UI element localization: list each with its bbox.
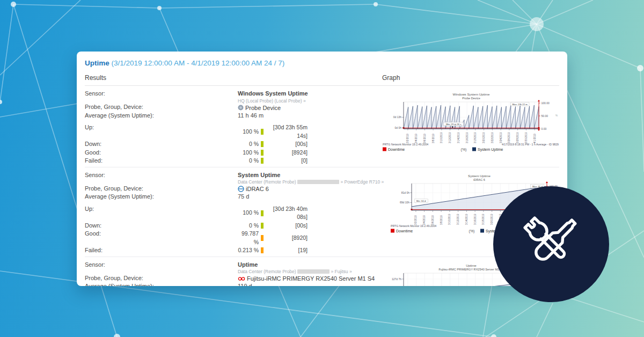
svg-text:3/2/2019: 3/2/2019	[406, 134, 409, 143]
section-results: Sensor: Uptime Probe, Group, Device: Dat…	[85, 261, 376, 287]
svg-text:3/12/2019: 3/12/2019	[449, 132, 451, 143]
stat-label: Failed:	[85, 157, 238, 165]
average-label: Average (System Uptime):	[85, 193, 238, 201]
svg-text:3/14/2019: 3/14/2019	[457, 132, 460, 143]
average-value: 119 d	[238, 282, 376, 286]
stat-percent: 0 %	[238, 157, 259, 165]
svg-text:3/16/2019: 3/16/2019	[466, 132, 469, 143]
average-value: 11 h 46 m	[238, 112, 376, 120]
stat-amount: [00s]	[265, 140, 308, 149]
svg-text:69d 10h: 69d 10h	[400, 201, 409, 204]
stat-label: Good:	[85, 230, 238, 246]
breadcrumb[interactable]: Data Center (Remote Probe) » PowerEdge R…	[238, 179, 384, 185]
svg-text:3/6/2019: 3/6/2019	[431, 215, 434, 224]
stat-amount: [30d 23h 55m 14s]	[265, 123, 308, 140]
stat-value: 0 % [00s]	[238, 140, 308, 149]
stat-label: Failed:	[85, 246, 238, 255]
idrac-device-icon	[238, 186, 244, 192]
svg-text:3/2/2019: 3/2/2019	[415, 215, 418, 224]
stat-amount: [0]	[265, 157, 308, 165]
stat-label: Up:	[85, 205, 238, 222]
svg-text:Downtime: Downtime	[396, 229, 413, 232]
tools-badge	[493, 186, 609, 302]
device-link[interactable]: iDRAC 6	[238, 185, 384, 193]
stat-value: 100 % [8924]	[238, 149, 308, 157]
svg-text:100.00: 100.00	[541, 101, 550, 105]
svg-text:Fujitsu-iRMC PRIMERGY RX2540 S: Fujitsu-iRMC PRIMERGY RX2540 Server M1 S…	[438, 268, 503, 271]
sensor-label: Sensor:	[85, 261, 238, 269]
average-label: Average (System Uptime):	[85, 112, 238, 120]
average-label: Average (System Uptime):	[85, 282, 238, 286]
svg-text:3/14/2019: 3/14/2019	[465, 214, 468, 225]
stat-bar	[261, 223, 264, 229]
svg-text:127d 7h: 127d 7h	[392, 277, 401, 280]
section-graph: Windows System UptimeProbe Device3/2/201…	[376, 90, 559, 165]
svg-text:0d 0h: 0d 0h	[394, 126, 401, 129]
sensor-section: Sensor: Windows System Uptime Probe, Gro…	[85, 86, 559, 167]
stat-percent: 100 %	[238, 209, 259, 217]
svg-text:3/10/2019: 3/10/2019	[440, 132, 443, 143]
stat-percent: 99.787 %	[238, 230, 259, 246]
stat-value: 0 % [00s]	[238, 222, 308, 230]
svg-text:Min: 23 m 26 s: Min: 23 m 26 s	[446, 123, 461, 126]
svg-text:Uptime: Uptime	[466, 263, 477, 267]
svg-text:3/16/2019: 3/16/2019	[474, 214, 477, 225]
device-link[interactable]: Fujitsu-iRMC PRIMERGY RX2540 Server M1 S…	[238, 275, 376, 282]
stat-amount: [8924]	[265, 149, 308, 157]
probe-device-icon	[238, 105, 244, 111]
svg-text:3/4/2019: 3/4/2019	[415, 134, 418, 143]
stat-bar	[261, 247, 264, 253]
svg-text:3/8/2019: 3/8/2019	[440, 215, 443, 224]
stat-value: 0.213 % [19]	[238, 246, 308, 255]
stat-bar	[261, 235, 264, 241]
svg-text:3/26/2019: 3/26/2019	[508, 132, 510, 143]
breadcrumb[interactable]: HQ (Local Probe) (Local Probe) »	[238, 98, 376, 104]
graph-header: Graph	[376, 74, 559, 82]
sensor-label: Sensor:	[85, 90, 238, 98]
svg-text:0d 13h: 0d 13h	[393, 115, 402, 119]
sensor-name: Uptime	[238, 261, 376, 269]
stat-percent: 100 %	[238, 128, 259, 136]
svg-text:iDRAC 6: iDRAC 6	[473, 178, 485, 181]
probe-label: Probe, Group, Device:	[85, 274, 238, 283]
sensor-name: Windows System Uptime	[238, 90, 376, 98]
svg-text:System Uptime: System Uptime	[478, 148, 503, 152]
svg-text:4/17/2019 8:18:31 PM - 1 h Ave: 4/17/2019 8:18:31 PM - 1 h Average - ID …	[502, 143, 559, 146]
svg-text:PRTG Network Monitor 19.2.49.2: PRTG Network Monitor 19.2.49.2004	[391, 224, 436, 228]
stat-bar	[261, 141, 264, 147]
column-headers: Results Graph	[85, 67, 559, 86]
stat-bar	[261, 150, 264, 156]
svg-text:3/10/2019: 3/10/2019	[449, 214, 451, 225]
stat-percent: 100 %	[238, 149, 259, 157]
probe-label: Probe, Group, Device:	[85, 103, 238, 112]
stat-label: Down:	[85, 140, 238, 149]
stat-label: Good:	[85, 149, 238, 157]
average-value: 75 d	[238, 193, 384, 201]
stat-percent: 0.213 %	[238, 246, 259, 255]
svg-text:3/4/2019: 3/4/2019	[423, 215, 426, 224]
probe-label: Probe, Group, Device:	[85, 185, 238, 193]
sensor-section: Sensor: System Uptime Probe, Group, Devi…	[85, 167, 559, 257]
stat-value: 100 % [30d 23h 40m 08s]	[238, 205, 308, 222]
svg-text:Min: 60 d: Min: 60 d	[416, 199, 426, 202]
stat-percent: 0 %	[238, 222, 259, 230]
device-link[interactable]: Probe Device	[238, 104, 376, 112]
report-title-text: Uptime	[85, 59, 109, 67]
stat-percent: 0 %	[238, 140, 259, 149]
stat-amount: [19]	[265, 246, 308, 255]
stat-bar	[261, 210, 264, 216]
svg-text:Downtime: Downtime	[388, 148, 405, 151]
svg-text:%: %	[555, 114, 558, 117]
sensor-section: Sensor: Uptime Probe, Group, Device: Dat…	[85, 257, 559, 287]
svg-text:3/6/2019: 3/6/2019	[423, 134, 426, 143]
svg-text:0.00: 0.00	[541, 127, 547, 130]
redacted-text	[297, 180, 339, 184]
stat-value: 100 % [30d 23h 55m 14s]	[238, 123, 308, 140]
svg-text:50.00: 50.00	[541, 114, 548, 118]
stat-amount: [30d 23h 40m 08s]	[265, 205, 308, 222]
report-title-range: (3/1/2019 12:00:00 AM - 4/1/2019 12:00:0…	[112, 59, 285, 67]
sensor-sections: Sensor: Windows System Uptime Probe, Gro…	[85, 86, 559, 286]
breadcrumb[interactable]: Data Center (Remote Probe) » Fujitsu »	[238, 269, 376, 275]
svg-text:(%): (%)	[461, 148, 467, 152]
stat-amount: [8920]	[265, 234, 308, 243]
